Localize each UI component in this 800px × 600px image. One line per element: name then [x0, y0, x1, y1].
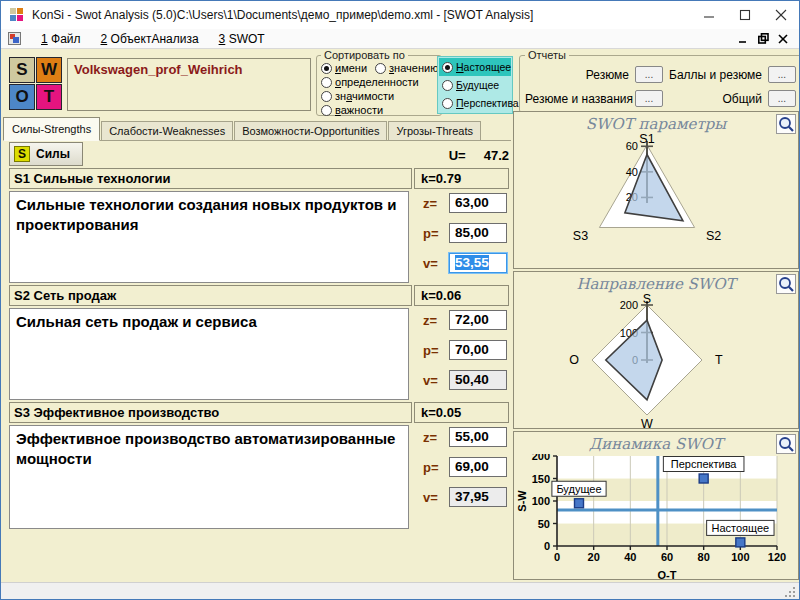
chart-panel-swot-direction: Направление SWOT 0100200STWO — [513, 271, 799, 429]
section-textarea[interactable]: Сильные технологии создания новых продук… — [9, 191, 409, 283]
section-k-value: k=0.06 — [414, 285, 509, 306]
period-panel: НастоящееБудущееПерспектива — [437, 56, 513, 114]
radio-label: Настоящее — [456, 61, 511, 73]
strength-s-icon: S — [14, 146, 30, 162]
mdi-minimize-button[interactable] — [735, 32, 751, 46]
logo-t-square: T — [36, 84, 62, 110]
chart-zoom-button[interactable] — [776, 434, 796, 454]
logo-o-square: O — [9, 84, 35, 110]
section-textarea[interactable]: Эффективное производство автоматизирован… — [9, 425, 409, 529]
v-field-row: v=37,95 — [423, 487, 507, 507]
p-field-row: p=69,00 — [423, 457, 507, 477]
p-field[interactable]: 85,00 — [449, 223, 507, 243]
chart-title: Направление SWOT — [514, 272, 798, 294]
field-label: v= — [423, 373, 449, 388]
section-body: Сильные технологии создания новых продук… — [1, 191, 511, 283]
reports-group: Отчеты Резюме...Баллы и резюме...Резюме … — [519, 49, 800, 113]
radio-icon — [321, 63, 332, 74]
tab-item[interactable]: Возможности-Opportunities — [234, 121, 387, 140]
resize-grip[interactable] — [793, 595, 795, 597]
p-field-row: p=85,00 — [423, 223, 507, 243]
maximize-button[interactable] — [727, 1, 763, 29]
logo-s-square: S — [9, 57, 35, 83]
sort-option-radio[interactable]: значимости — [321, 89, 438, 103]
svg-text:80: 80 — [698, 551, 710, 563]
chart-title: SWOT параметры — [514, 112, 798, 134]
svg-text:S2: S2 — [706, 229, 721, 243]
radio-icon — [442, 62, 453, 73]
svg-text:100: 100 — [532, 495, 550, 507]
sort-option-radio[interactable]: важности — [321, 103, 438, 117]
minimize-button[interactable] — [691, 1, 727, 29]
mdi-restore-button[interactable] — [755, 32, 771, 46]
sort-group: Сортировать по именизначениюопределеннос… — [316, 49, 442, 116]
selected-text: 53,55 — [455, 255, 489, 270]
section-fields: z=72,00p=70,00v=50,40 — [413, 308, 509, 400]
analysis-object-name[interactable]: Volkswagen_prof_Weihrich — [67, 58, 311, 111]
reports-group-legend: Отчеты — [525, 49, 569, 61]
radar-chart-swot-params: 204060S1S2S3 — [514, 134, 798, 268]
v-field[interactable]: 53,55 — [449, 253, 507, 273]
z-field[interactable]: 72,00 — [449, 310, 507, 330]
tab-item[interactable]: Слабости-Weaknesses — [101, 121, 233, 140]
report-button[interactable]: ... — [635, 90, 663, 107]
menu-item[interactable]: 3 SWOT — [209, 30, 275, 48]
tabstrip: Силы-StrengthsСлабости-WeaknessesВозможн… — [3, 118, 511, 141]
menu-item[interactable]: 1 Файл — [31, 30, 91, 48]
chart-zoom-button[interactable] — [776, 114, 796, 134]
menu-item[interactable]: 2 ОбъектАнализа — [91, 30, 209, 48]
radio-label: значению — [389, 62, 438, 74]
radio-label: важности — [335, 104, 383, 116]
scatter-chart-swot-dynamics: 050100150200020406080100120S-WO-TБудущее… — [514, 454, 798, 579]
v-field[interactable]: 50,40 — [449, 370, 507, 390]
sort-option-radio[interactable]: имени — [321, 61, 367, 75]
svg-text:Будущее: Будущее — [556, 483, 601, 495]
svg-text:200: 200 — [532, 454, 550, 462]
period-option-radio[interactable]: Будущее — [439, 76, 511, 94]
statusbar — [1, 582, 799, 600]
p-field[interactable]: 70,00 — [449, 340, 507, 360]
svg-text:S1: S1 — [639, 134, 654, 146]
tab-item[interactable]: Угрозы-Threats — [388, 121, 481, 140]
radio-label: Перспектива — [456, 97, 519, 109]
v-field[interactable]: 37,95 — [449, 487, 507, 507]
report-button[interactable]: ... — [635, 66, 663, 83]
app-icon — [10, 8, 24, 22]
p-field[interactable]: 69,00 — [449, 457, 507, 477]
svg-text:100: 100 — [731, 551, 749, 563]
chart-panel-swot-params: SWOT параметры 204060S1S2S3 — [513, 111, 799, 269]
chart-zoom-button[interactable] — [776, 274, 796, 294]
field-label: p= — [423, 460, 449, 475]
menu-items: 1 Файл2 ОбъектАнализа3 SWOT — [31, 32, 275, 46]
radio-label: Будущее — [456, 79, 499, 91]
close-button[interactable] — [763, 1, 799, 29]
radio-icon — [321, 91, 332, 102]
svg-text:O-T: O-T — [658, 569, 677, 579]
svg-text:50: 50 — [538, 518, 550, 530]
svg-text:60: 60 — [661, 551, 673, 563]
z-field-row: z=63,00 — [423, 193, 507, 213]
z-field[interactable]: 55,00 — [449, 427, 507, 447]
client-area: SWOT Volkswagen_prof_Weihrich Сортироват… — [1, 49, 800, 582]
sort-group-legend: Сортировать по — [321, 49, 408, 61]
sort-option-radio[interactable]: значению — [375, 61, 438, 75]
report-button[interactable]: ... — [768, 66, 796, 83]
tab-active[interactable]: Силы-Strengths — [3, 117, 100, 141]
section-fields: z=55,00p=69,00v=37,95 — [413, 425, 509, 529]
z-field[interactable]: 63,00 — [449, 193, 507, 213]
period-option-radio[interactable]: Перспектива — [439, 94, 511, 112]
strengths-button[interactable]: S Силы — [9, 142, 83, 166]
section-body: Эффективное производство автоматизирован… — [1, 425, 511, 529]
report-button[interactable]: ... — [768, 90, 796, 107]
svg-text:0: 0 — [544, 540, 550, 552]
radar-chart-swot-direction: 0100200STWO — [514, 294, 798, 428]
svg-text:W: W — [641, 417, 653, 428]
v-field-row: v=50,40 — [423, 370, 507, 390]
section-textarea[interactable]: Сильная сеть продаж и сервиса — [9, 308, 409, 400]
radio-label: определенности — [335, 76, 419, 88]
mdi-close-button[interactable] — [775, 32, 791, 46]
svg-text:O: O — [569, 353, 579, 367]
sort-option-radio[interactable]: определенности — [321, 75, 438, 89]
period-option-radio[interactable]: Настоящее — [439, 58, 511, 76]
radio-icon — [442, 80, 453, 91]
